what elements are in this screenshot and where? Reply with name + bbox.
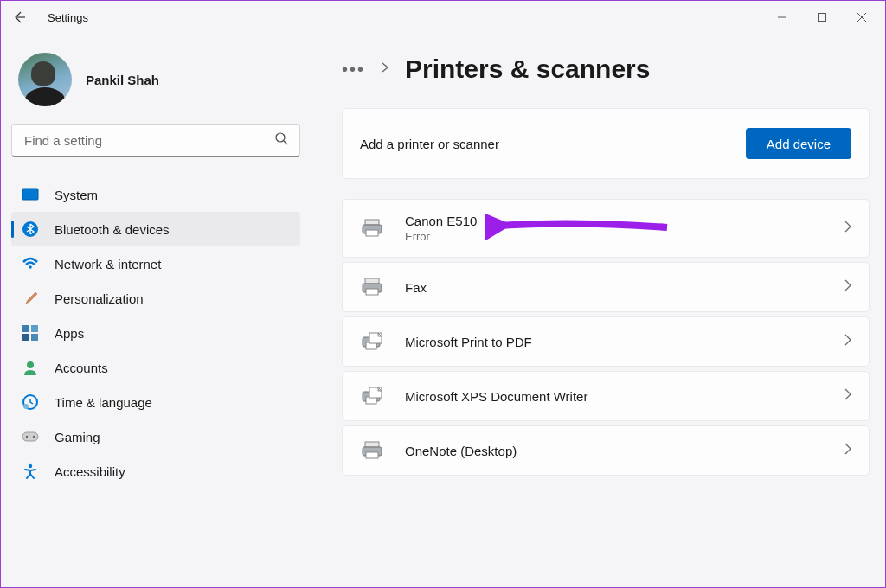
chevron-right-icon xyxy=(844,443,851,458)
printer-icon xyxy=(360,386,384,406)
printer-icon xyxy=(360,218,384,239)
nav-label: Bluetooth & devices xyxy=(55,222,170,237)
close-button[interactable] xyxy=(842,4,882,30)
svg-rect-24 xyxy=(365,278,379,284)
device-row-pdf[interactable]: Microsoft Print to PDF xyxy=(342,316,870,367)
nav-label: Apps xyxy=(55,326,84,341)
page-title: Printers & scanners xyxy=(405,54,650,84)
device-name: Canon E510 xyxy=(405,214,824,228)
svg-rect-13 xyxy=(31,334,38,341)
nav-label: Personalization xyxy=(55,291,144,306)
user-name: Pankil Shah xyxy=(86,73,159,87)
system-icon xyxy=(22,186,39,203)
clock-icon xyxy=(22,393,39,411)
search-container xyxy=(11,124,300,157)
search-icon xyxy=(274,131,288,149)
printer-icon xyxy=(360,277,384,297)
add-device-label: Add a printer or scanner xyxy=(360,137,499,151)
nav-gaming[interactable]: Gaming xyxy=(11,419,300,454)
minimize-icon xyxy=(778,13,786,22)
close-icon xyxy=(857,13,866,22)
nav-accounts[interactable]: Accounts xyxy=(11,350,300,385)
nav-list: System Bluetooth & devices Network & int… xyxy=(11,177,300,489)
svg-point-16 xyxy=(23,404,29,409)
nav-system[interactable]: System xyxy=(11,177,300,212)
nav-apps[interactable]: Apps xyxy=(11,316,300,350)
svg-rect-21 xyxy=(365,220,379,225)
device-row-xps[interactable]: Microsoft XPS Document Writer xyxy=(342,371,870,421)
svg-point-4 xyxy=(276,133,285,142)
add-device-button[interactable]: Add device xyxy=(746,128,851,159)
device-name: Microsoft Print to PDF xyxy=(405,335,824,349)
svg-point-14 xyxy=(27,361,34,368)
device-name: Fax xyxy=(405,280,824,295)
maximize-button[interactable] xyxy=(802,4,842,30)
printer-icon xyxy=(360,331,384,352)
svg-rect-23 xyxy=(366,230,378,236)
device-name: Microsoft XPS Document Writer xyxy=(405,389,824,404)
chevron-right-icon xyxy=(844,220,851,236)
svg-rect-6 xyxy=(22,189,38,200)
svg-rect-35 xyxy=(366,452,378,458)
content-area: ••• Printers & scanners Add a printer or… xyxy=(311,34,885,587)
chevron-right-icon xyxy=(844,334,851,349)
search-input[interactable] xyxy=(11,124,300,157)
bluetooth-icon xyxy=(22,220,39,238)
svg-point-18 xyxy=(26,436,28,438)
breadcrumb-more[interactable]: ••• xyxy=(342,60,365,80)
device-row-onenote[interactable]: OneNote (Desktop) xyxy=(342,425,870,476)
svg-point-9 xyxy=(29,265,32,269)
user-icon xyxy=(22,359,39,376)
device-row-canon[interactable]: Canon E510 Error xyxy=(342,199,870,258)
device-row-fax[interactable]: Fax xyxy=(342,262,870,312)
chevron-right-icon xyxy=(844,388,851,404)
chevron-right-icon xyxy=(844,279,851,295)
sidebar: Pankil Shah System Bluetooth & devices N… xyxy=(1,34,311,587)
svg-rect-26 xyxy=(366,289,378,295)
minimize-button[interactable] xyxy=(762,4,802,30)
nav-label: System xyxy=(55,188,98,202)
arrow-left-icon xyxy=(12,10,26,24)
svg-line-5 xyxy=(284,141,287,144)
nav-accessibility[interactable]: Accessibility xyxy=(11,454,300,489)
chevron-right-icon xyxy=(381,61,389,77)
nav-network[interactable]: Network & internet xyxy=(11,246,300,281)
nav-time-language[interactable]: Time & language xyxy=(11,385,300,419)
nav-label: Gaming xyxy=(55,430,100,444)
maximize-icon xyxy=(818,13,826,22)
add-device-card: Add a printer or scanner Add device xyxy=(342,108,870,179)
svg-rect-10 xyxy=(22,325,29,332)
user-profile[interactable]: Pankil Shah xyxy=(11,42,300,124)
nav-personalization[interactable]: Personalization xyxy=(11,281,300,316)
printer-icon xyxy=(360,440,384,461)
svg-rect-12 xyxy=(22,334,29,341)
accessibility-icon xyxy=(22,463,39,480)
nav-label: Accounts xyxy=(55,361,108,375)
avatar xyxy=(18,53,72,106)
nav-bluetooth-devices[interactable]: Bluetooth & devices xyxy=(11,212,300,246)
wifi-icon xyxy=(22,255,39,272)
breadcrumb: ••• Printers & scanners xyxy=(342,54,870,84)
window-controls xyxy=(762,4,882,30)
brush-icon xyxy=(22,290,39,307)
svg-rect-17 xyxy=(22,432,38,441)
nav-label: Network & internet xyxy=(55,257,161,272)
svg-point-20 xyxy=(29,464,32,468)
titlebar: Settings xyxy=(1,1,885,34)
device-name: OneNote (Desktop) xyxy=(405,444,824,458)
nav-label: Accessibility xyxy=(55,464,125,479)
svg-rect-1 xyxy=(819,14,826,22)
gamepad-icon xyxy=(22,428,39,445)
back-button[interactable] xyxy=(11,10,27,25)
svg-rect-33 xyxy=(365,442,379,447)
device-status: Error xyxy=(405,230,824,243)
apps-icon xyxy=(22,324,39,342)
svg-rect-11 xyxy=(31,325,38,332)
svg-point-19 xyxy=(33,436,35,438)
app-title: Settings xyxy=(48,11,88,24)
nav-label: Time & language xyxy=(55,395,152,410)
